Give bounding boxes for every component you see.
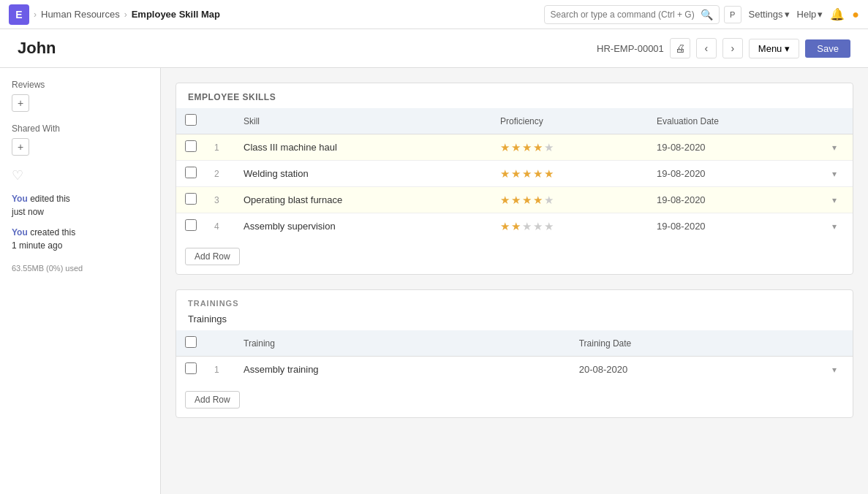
evaluation-date: 19-08-2020 <box>648 187 823 213</box>
sidebar: Reviews + Shared With + ♡ You edited thi… <box>0 68 161 494</box>
add-skill-row-button[interactable]: Add Row <box>185 248 240 265</box>
star-2: ★ <box>511 167 521 180</box>
evaluation-date: 19-08-2020 <box>648 213 823 240</box>
row-number: 1 <box>205 134 235 161</box>
skill-name: Assembly supervision <box>235 213 491 240</box>
star-1: ★ <box>500 194 510 207</box>
print-button[interactable]: 🖨 <box>670 38 690 58</box>
skill-name: Class III machine haul <box>235 134 491 161</box>
edit-activity: You edited this just now <box>12 192 148 218</box>
row-dropdown[interactable]: ▾ <box>823 187 853 213</box>
settings-button[interactable]: Settings ▾ <box>749 9 790 20</box>
shared-with-add-button[interactable]: + <box>12 138 29 156</box>
table-row: 2 Welding station ★★★★★ 19-08-2020 ▾ <box>176 161 853 187</box>
nav-actions: P Settings ▾ Help ▾ 🔔 ● <box>724 6 859 23</box>
notification-dot: ● <box>852 8 859 21</box>
breadcrumb-human-resources[interactable]: Human Resources <box>41 9 120 20</box>
proficiency-cell: ★★★★★ <box>491 187 648 213</box>
training-actions-header <box>823 330 853 357</box>
star-2: ★ <box>511 220 521 233</box>
page-title: John <box>18 39 56 58</box>
row-checkbox[interactable] <box>185 193 197 205</box>
proficiency-column-header: Proficiency <box>491 108 648 134</box>
star-3: ★ <box>522 141 532 154</box>
notifications-icon[interactable]: 🔔 <box>830 7 845 21</box>
shared-with-section: Shared With + <box>12 123 148 156</box>
training-name: Assembly training <box>235 357 570 383</box>
save-button[interactable]: Save <box>805 39 850 58</box>
table-row: 3 Operating blast furnace ★★★★★ 19-08-20… <box>176 187 853 213</box>
checkbox-header <box>176 108 205 134</box>
page-header: John HR-EMP-00001 🖨 ‹ › Menu ▾ Save <box>0 29 868 68</box>
create-activity: You created this 1 minute ago <box>12 226 148 252</box>
next-button[interactable]: › <box>722 38 743 58</box>
star-4: ★ <box>533 167 543 180</box>
training-row-checkbox[interactable] <box>185 362 197 374</box>
main-layout: Reviews + Shared With + ♡ You edited thi… <box>0 68 868 494</box>
row-dropdown[interactable]: ▾ <box>823 134 853 161</box>
heart-icon[interactable]: ♡ <box>12 167 148 183</box>
row-dropdown[interactable]: ▾ <box>823 161 853 187</box>
profile-badge[interactable]: P <box>724 6 741 23</box>
star-5: ★ <box>544 167 554 180</box>
row-number: 2 <box>205 161 235 187</box>
search-box[interactable]: 🔍 <box>544 5 720 24</box>
row-number: 3 <box>205 187 235 213</box>
reviews-label: Reviews <box>12 80 148 90</box>
skills-header-row: Skill Proficiency Evaluation Date <box>176 108 853 134</box>
star-4: ★ <box>533 220 543 233</box>
app-icon[interactable]: E <box>9 4 29 25</box>
skill-column-header: Skill <box>235 108 491 134</box>
star-3: ★ <box>522 167 532 180</box>
star-4: ★ <box>533 141 543 154</box>
trainings-sub-label: Trainings <box>176 311 853 330</box>
row-checkbox[interactable] <box>185 167 197 178</box>
shared-with-label: Shared With <box>12 123 148 134</box>
trainings-header-row: Training Training Date <box>176 330 853 357</box>
training-column-header: Training <box>235 330 570 357</box>
skill-name: Operating blast furnace <box>235 187 491 213</box>
row-checkbox-cell <box>176 213 205 240</box>
star-5: ★ <box>544 220 554 233</box>
breadcrumb-chevron-1: › <box>34 10 37 20</box>
menu-button[interactable]: Menu ▾ <box>749 39 800 58</box>
trainings-table: Training Training Date 1 Assembly traini… <box>176 330 853 382</box>
row-checkbox-cell <box>176 134 205 161</box>
trainings-section-label: TRAININGS <box>176 290 853 311</box>
star-3: ★ <box>522 220 532 233</box>
reviews-add-button[interactable]: + <box>12 94 29 112</box>
skill-name: Welding station <box>235 161 491 187</box>
select-all-skills-checkbox[interactable] <box>185 114 197 126</box>
search-input[interactable] <box>551 10 696 20</box>
row-checkbox-cell <box>176 187 205 213</box>
row-checkbox[interactable] <box>185 219 197 231</box>
num-header <box>205 108 235 134</box>
header-actions: HR-EMP-00001 🖨 ‹ › Menu ▾ Save <box>597 38 850 58</box>
row-checkbox[interactable] <box>185 140 197 152</box>
training-row-dropdown[interactable]: ▾ <box>823 357 853 383</box>
training-date: 20-08-2020 <box>570 357 823 383</box>
you-label-1: You <box>12 194 28 204</box>
add-training-row-button[interactable]: Add Row <box>185 391 240 408</box>
table-row: 4 Assembly supervision ★★★★★ 19-08-2020 … <box>176 213 853 240</box>
row-dropdown[interactable]: ▾ <box>823 213 853 240</box>
star-5: ★ <box>544 141 554 154</box>
storage-info: 63.55MB (0%) used <box>12 264 148 273</box>
help-button[interactable]: Help ▾ <box>797 9 823 20</box>
employee-skills-table: Skill Proficiency Evaluation Date 1 Clas… <box>176 108 853 239</box>
employee-skills-card: Employee Skills Skill Proficiency Evalua… <box>176 83 853 275</box>
activity-section: You edited this just now You created thi… <box>12 192 148 252</box>
select-all-trainings-checkbox[interactable] <box>185 336 197 348</box>
top-navigation: E › Human Resources › Employee Skill Map… <box>0 0 868 29</box>
star-1: ★ <box>500 167 510 180</box>
training-row-number: 1 <box>205 357 235 383</box>
breadcrumb-employee-skill-map: Employee Skill Map <box>132 9 220 20</box>
row-number: 4 <box>205 213 235 240</box>
prev-button[interactable]: ‹ <box>696 38 717 58</box>
training-num-header <box>205 330 235 357</box>
evaluation-date: 19-08-2020 <box>648 134 823 161</box>
star-2: ★ <box>511 141 521 154</box>
proficiency-cell: ★★★★★ <box>491 134 648 161</box>
proficiency-cell: ★★★★★ <box>491 213 648 240</box>
search-icon: 🔍 <box>701 9 713 20</box>
